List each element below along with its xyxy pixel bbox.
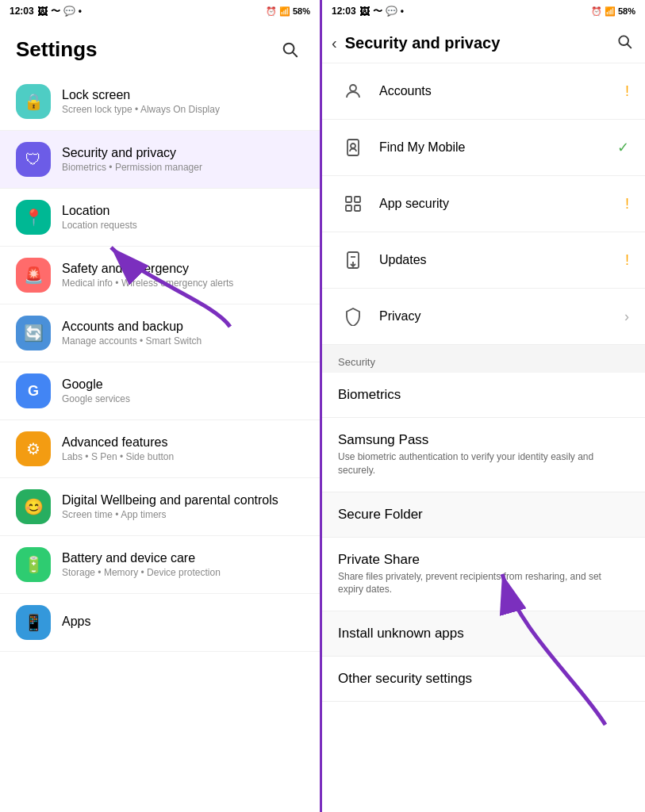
updates-icon xyxy=(338,245,368,275)
google-title: Google xyxy=(62,377,304,392)
samsung-pass-title: Samsung Pass xyxy=(338,432,629,448)
right-status-time: 12:03 🖼 〜 💬 • xyxy=(332,5,404,18)
right-item-app-security[interactable]: App security ! xyxy=(322,176,645,232)
secure-folder-title: Secure Folder xyxy=(338,507,423,523)
sidebar-item-lock-screen[interactable]: 🔒 Lock screen Screen lock type • Always … xyxy=(0,73,320,131)
accounts-backup-subtitle: Manage accounts • Smart Switch xyxy=(62,335,304,347)
google-subtitle: Google services xyxy=(62,393,304,404)
location-icon: 📍 xyxy=(16,200,51,235)
left-status-time: 12:03 🖼 〜 💬 • xyxy=(10,5,82,18)
right-panel: 12:03 🖼 〜 💬 • ⏰ 📶 58% ‹ Security and pri… xyxy=(322,0,645,812)
right-item-private-share[interactable]: Private Share Share files privately, pre… xyxy=(322,538,645,612)
private-share-subtitle: Share files privately, prevent recipient… xyxy=(338,570,629,597)
msg-icon: 💬 xyxy=(63,6,75,17)
right-item-install-unknown-apps[interactable]: Install unknown apps xyxy=(322,611,645,657)
digital-wellbeing-subtitle: Screen time • App timers xyxy=(62,509,304,520)
private-share-title: Private Share xyxy=(338,552,629,568)
advanced-features-subtitle: Labs • S Pen • Side button xyxy=(62,451,304,462)
lock-screen-icon: 🔒 xyxy=(16,84,51,119)
install-unknown-apps-title: Install unknown apps xyxy=(338,626,464,642)
digital-wellbeing-title: Digital Wellbeing and parental controls xyxy=(62,493,304,508)
safety-emergency-text: Safety and emergency Medical info • Wire… xyxy=(62,262,304,289)
sidebar-item-apps[interactable]: 📱 Apps xyxy=(0,594,320,652)
right-item-secure-folder[interactable]: Secure Folder xyxy=(322,492,645,538)
battery-pct: 58% xyxy=(293,6,310,16)
svg-rect-6 xyxy=(347,140,359,155)
sidebar-item-advanced-features[interactable]: ⚙ Advanced features Labs • S Pen • Side … xyxy=(0,420,320,478)
updates-title: Updates xyxy=(379,253,625,267)
sidebar-item-google[interactable]: G Google Google services xyxy=(0,362,320,420)
alarm-icon: ⏰ xyxy=(266,6,277,17)
svg-rect-9 xyxy=(355,197,360,202)
secure-folder-text: Secure Folder xyxy=(338,507,423,523)
shield-icon xyxy=(344,307,363,326)
sidebar-item-safety-emergency[interactable]: 🚨 Safety and emergency Medical info • Wi… xyxy=(0,247,320,304)
right-item-privacy[interactable]: Privacy › xyxy=(322,289,645,345)
security-section-header: Security xyxy=(322,345,645,373)
update-icon xyxy=(344,251,363,270)
sidebar-item-battery-care[interactable]: 🔋 Battery and device care Storage • Memo… xyxy=(0,536,320,594)
right-list: Accounts ! Find My Mobile ✓ xyxy=(322,63,645,702)
dot-indicator: • xyxy=(79,6,82,17)
biometrics-text: Biometrics xyxy=(338,387,401,403)
app-security-title: App security xyxy=(379,197,625,211)
right-item-biometrics[interactable]: Biometrics xyxy=(322,373,645,418)
updates-badge: ! xyxy=(625,252,629,269)
right-status-right: ⏰ 📶 58% xyxy=(591,6,635,17)
sidebar-item-digital-wellbeing[interactable]: 😊 Digital Wellbeing and parental control… xyxy=(0,478,320,536)
updates-text: Updates xyxy=(379,253,625,267)
apps-icon: 📱 xyxy=(16,605,51,640)
accounts-backup-text: Accounts and backup Manage accounts • Sm… xyxy=(62,320,304,347)
sidebar-item-security-privacy[interactable]: 🛡 Security and privacy Biometrics • Perm… xyxy=(0,131,320,189)
svg-line-4 xyxy=(628,44,632,48)
accounts-icon xyxy=(338,76,368,106)
photo-icon: 🖼 xyxy=(37,6,48,17)
safety-emergency-title: Safety and emergency xyxy=(62,262,304,276)
right-item-other-security-settings[interactable]: Other security settings xyxy=(322,657,645,702)
security-privacy-icon: 🛡 xyxy=(16,142,51,177)
right-item-accounts[interactable]: Accounts ! xyxy=(322,63,645,120)
sim-icon: 〜 xyxy=(51,5,60,18)
app-security-badge: ! xyxy=(625,196,629,213)
right-msg-icon: 💬 xyxy=(386,6,397,17)
sidebar-item-location[interactable]: 📍 Location Location requests xyxy=(0,189,320,247)
find-my-mobile-badge: ✓ xyxy=(617,139,629,156)
accounts-title: Accounts xyxy=(379,84,625,98)
advanced-features-title: Advanced features xyxy=(62,435,304,450)
right-status-bar: 12:03 🖼 〜 💬 • ⏰ 📶 58% xyxy=(322,0,645,22)
location-title: Location xyxy=(62,204,304,218)
battery-care-subtitle: Storage • Memory • Device protection xyxy=(62,567,304,578)
battery-care-icon: 🔋 xyxy=(16,547,51,582)
left-status-bar: 12:03 🖼 〜 💬 • ⏰ 📶 58% xyxy=(0,0,320,22)
right-time-display: 12:03 xyxy=(332,6,356,17)
privacy-icon xyxy=(338,301,368,331)
sidebar-item-accounts-backup[interactable]: 🔄 Accounts and backup Manage accounts • … xyxy=(0,304,320,362)
battery-care-text: Battery and device care Storage • Memory… xyxy=(62,551,304,578)
right-item-samsung-pass[interactable]: Samsung Pass Use biometric authenticatio… xyxy=(322,418,645,492)
settings-search-button[interactable] xyxy=(275,35,304,63)
app-security-icon xyxy=(338,189,368,219)
digital-wellbeing-icon: 😊 xyxy=(16,489,51,524)
svg-point-5 xyxy=(350,85,356,91)
right-photo-icon: 🖼 xyxy=(359,6,370,17)
back-button[interactable]: ‹ xyxy=(332,34,337,52)
right-item-updates[interactable]: Updates ! xyxy=(322,232,645,289)
find-my-mobile-title: Find My Mobile xyxy=(379,140,617,155)
accounts-text: Accounts xyxy=(379,84,625,98)
apps-text: Apps xyxy=(62,615,304,630)
app-security-text: App security xyxy=(379,197,625,211)
right-item-find-my-mobile[interactable]: Find My Mobile ✓ xyxy=(322,120,645,176)
right-battery-pct: 58% xyxy=(618,6,635,16)
security-privacy-title: Security and privacy xyxy=(62,146,304,160)
advanced-features-text: Advanced features Labs • S Pen • Side bu… xyxy=(62,435,304,462)
right-search-button[interactable] xyxy=(616,33,632,53)
privacy-badge: › xyxy=(624,308,629,325)
left-status-right: ⏰ 📶 58% xyxy=(266,6,310,17)
signal-icon: 📶 xyxy=(279,6,290,17)
digital-wellbeing-text: Digital Wellbeing and parental controls … xyxy=(62,493,304,520)
settings-header: Settings xyxy=(0,22,320,73)
install-unknown-apps-text: Install unknown apps xyxy=(338,626,464,642)
right-dot-indicator: • xyxy=(401,6,404,17)
biometrics-title: Biometrics xyxy=(338,387,401,403)
battery-care-title: Battery and device care xyxy=(62,551,304,565)
